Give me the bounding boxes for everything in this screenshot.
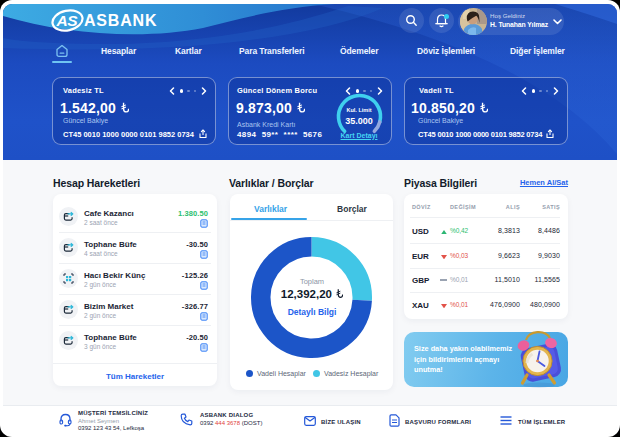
svg-text:AS: AS	[56, 12, 79, 29]
